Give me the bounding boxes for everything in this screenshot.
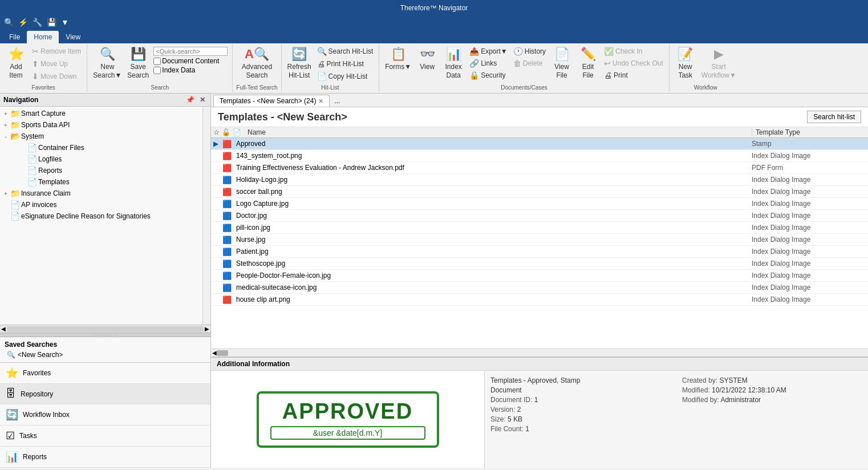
index-data-checkbox[interactable] xyxy=(153,67,161,74)
copy-hitlist-button[interactable]: 📄 Copy Hit-List xyxy=(315,71,376,82)
file-row-6[interactable]: 🟦Doctor.jpgIndex Dialog Image xyxy=(211,210,868,222)
ribbon-group-hitlist: 🔄 RefreshHit-List 🔍 Search Hit-List 🖨 Pr… xyxy=(282,44,380,92)
new-search-button[interactable]: 🔍 NewSearch▼ xyxy=(91,46,124,80)
print-icon: 🖨 xyxy=(604,71,612,80)
nav-item-tasks[interactable]: ☑ Tasks xyxy=(0,426,210,447)
nav-tree-scrollbar[interactable] xyxy=(202,107,210,325)
refresh-hitlist-button[interactable]: 🔄 RefreshHit-List xyxy=(285,46,314,80)
delete-button[interactable]: 🗑 Delete xyxy=(511,58,548,69)
info-docid-label: Document ID: xyxy=(490,396,534,404)
content-tab-templates[interactable]: Templates - <New Search> (24) ✕ xyxy=(213,95,330,107)
tree-item-system[interactable]: - 📂 System xyxy=(0,131,202,142)
file-icon-11: 🟦 xyxy=(220,272,234,280)
file-row-1[interactable]: 🟥143_system_root.pngIndex Dialog Image xyxy=(211,150,868,162)
search-hit-list-button[interactable]: Search hit-list xyxy=(807,111,861,123)
forms-button[interactable]: 📋 Forms▼ xyxy=(383,46,413,72)
quick-search-input[interactable] xyxy=(153,47,228,56)
scroll-left-btn[interactable]: ◀ xyxy=(1,326,6,332)
search-qat-btn[interactable]: 🔍 xyxy=(2,17,15,27)
nav-tree-wrapper: + 📁 Smart Capture + 📁 Sports Data API - … xyxy=(0,107,210,325)
tree-item-container-files[interactable]: 📄 Container Files xyxy=(0,142,202,153)
index-data-button[interactable]: 📊 IndexData xyxy=(441,46,466,80)
remove-item-button[interactable]: ✂ Remove Item xyxy=(30,46,83,57)
file-list-hscroll[interactable]: ◀ xyxy=(211,349,868,356)
export-button[interactable]: 📤 Export▼ xyxy=(467,46,510,57)
pin-sidebar-btn[interactable]: 📌 xyxy=(184,95,196,104)
print-button[interactable]: 🖨 Print xyxy=(602,70,666,81)
security-button[interactable]: 🔒 Security xyxy=(467,70,510,81)
nav-item-reports[interactable]: 📊 Reports xyxy=(0,447,210,468)
tree-label-insurance: Insurance Claim xyxy=(21,189,71,197)
nav-item-workflow[interactable]: 🔄 Workflow Inbox xyxy=(0,404,210,426)
file-icon-1: 🟥 xyxy=(220,152,234,160)
settings-qat-btn[interactable]: 🔧 xyxy=(31,17,44,27)
hscroll-left[interactable]: ◀ xyxy=(212,350,217,356)
file-row-9[interactable]: 🟦Patient.jpgIndex Dialog Image xyxy=(211,246,868,258)
tree-item-logfiles[interactable]: 📄 Logfiles xyxy=(0,153,202,165)
tree-item-templates[interactable]: 📄 Templates xyxy=(0,176,202,188)
doc-content-checkbox[interactable] xyxy=(153,58,161,65)
ribbon-group-docs: 📋 Forms▼ 👓 View 📊 IndexData 📤 Export▼ 🔗 … xyxy=(379,44,670,92)
undo-checkout-button[interactable]: ↩ Undo Check Out xyxy=(602,58,666,69)
search-hitlist-button[interactable]: 🔍 Search Hit-List xyxy=(315,46,376,57)
hitlist-buttons: 🔄 RefreshHit-List 🔍 Search Hit-List 🖨 Pr… xyxy=(285,46,376,83)
tab-more-btn[interactable]: ... xyxy=(331,95,343,107)
file-row-3[interactable]: 🟦Holiday-Logo.jpgIndex Dialog Image xyxy=(211,174,868,186)
tab-home[interactable]: Home xyxy=(27,31,59,43)
undo-checkout-label: Undo Check Out xyxy=(613,59,663,67)
file-row-5[interactable]: 🟦Logo Capture.jpgIndex Dialog Image xyxy=(211,198,868,210)
add-item-button[interactable]: ⭐ AddItem xyxy=(3,46,29,80)
new-task-button[interactable]: 📝 NewTask xyxy=(673,46,698,80)
file-row-8[interactable]: 🟦Nurse.jpgIndex Dialog Image xyxy=(211,234,868,246)
save-qat-btn[interactable]: 💾 xyxy=(45,17,58,27)
check-in-button[interactable]: ✅ Check In xyxy=(602,46,666,57)
saved-search-new[interactable]: 🔍 <New Search> xyxy=(2,350,208,360)
advanced-search-button[interactable]: A🔍 AdvancedSearch xyxy=(240,46,274,80)
file-row-0[interactable]: ▶🟥ApprovedStamp xyxy=(211,138,868,150)
history-button[interactable]: 🕐 History xyxy=(511,46,548,57)
file-row-12[interactable]: 🟦medical-suitecase-icon.jpgIndex Dialog … xyxy=(211,282,868,294)
print-hitlist-button[interactable]: 🖨 Print Hit-List xyxy=(315,58,376,70)
favorites-group-label: Favorites xyxy=(3,83,83,91)
file-row-10[interactable]: 🟦Stethoscope.jpgIndex Dialog Image xyxy=(211,258,868,270)
tree-item-ap-invoices[interactable]: 📄 AP invoices xyxy=(0,199,202,210)
links-button[interactable]: 🔗 Links xyxy=(467,58,510,69)
view-button[interactable]: 👓 View xyxy=(415,46,440,72)
edit-file-button[interactable]: ✏️ EditFile xyxy=(575,46,601,80)
tree-item-reports[interactable]: 📄 Reports xyxy=(0,165,202,176)
start-workflow-button[interactable]: ▶ StartWorkflow▼ xyxy=(699,46,739,80)
info-col-2: Created by: SYSTEM Modified: 10/21/2022 … xyxy=(682,376,862,462)
tree-item-esignature[interactable]: 📄 eSignature Decline Reason for Signator… xyxy=(0,210,202,222)
move-down-button[interactable]: ⬇ Move Down xyxy=(30,71,83,82)
tab-file[interactable]: File xyxy=(2,31,27,43)
dropdown-qat-btn[interactable]: ▼ xyxy=(59,17,71,27)
content-header: Templates - <New Search> Search hit-list xyxy=(211,107,868,127)
file-row-13[interactable]: 🟥house clip art.pngIndex Dialog Image xyxy=(211,294,868,306)
file-row-7[interactable]: 🟦pill-icon.jpgIndex Dialog Image xyxy=(211,222,868,234)
sidebar-resize-divider[interactable]: · · · · · · · · · · xyxy=(0,333,210,337)
nav-item-favorites[interactable]: ⭐ Favorites xyxy=(0,363,210,384)
tree-item-insurance[interactable]: + 📁 Insurance Claim xyxy=(0,188,202,199)
scroll-right-btn[interactable]: ▶ xyxy=(205,326,209,332)
move-up-button[interactable]: ⬆ Move Up xyxy=(30,58,83,70)
tree-item-smart-capture[interactable]: + 📁 Smart Capture xyxy=(0,108,202,119)
file-row-4[interactable]: 🟥soccer ball.pngIndex Dialog Image xyxy=(211,186,868,198)
add-item-label: AddItem xyxy=(9,63,22,79)
sidebar-hscroll[interactable]: ◀ ▶ xyxy=(0,325,210,333)
file-row-11[interactable]: 🟦People-Doctor-Female-icon.jpgIndex Dial… xyxy=(211,270,868,282)
file-row-2[interactable]: 🟥Training Effectiveness Evaluation - And… xyxy=(211,162,868,174)
save-search-button[interactable]: 💾 SaveSearch xyxy=(125,46,151,80)
col-name-header[interactable]: Name xyxy=(248,128,752,136)
close-sidebar-btn[interactable]: ✕ xyxy=(198,95,207,104)
file-type-0: Stamp xyxy=(752,140,866,148)
tab-view[interactable]: View xyxy=(59,31,87,43)
tab-close-btn[interactable]: ✕ xyxy=(318,98,323,105)
view-file-button[interactable]: 📄 ViewFile xyxy=(549,46,574,80)
favorites-buttons: ⭐ AddItem ✂ Remove Item ⬆ Move Up ⬇ Move… xyxy=(3,46,83,83)
bolt-qat-btn[interactable]: ⚡ xyxy=(17,17,30,27)
col-type-header[interactable]: Template Type xyxy=(752,128,866,136)
move-up-icon: ⬆ xyxy=(32,59,39,68)
hscroll-thumb[interactable] xyxy=(217,350,228,356)
tree-item-sports-data[interactable]: + 📁 Sports Data API xyxy=(0,119,202,131)
nav-item-repository[interactable]: 🗄 Repository xyxy=(0,384,210,404)
